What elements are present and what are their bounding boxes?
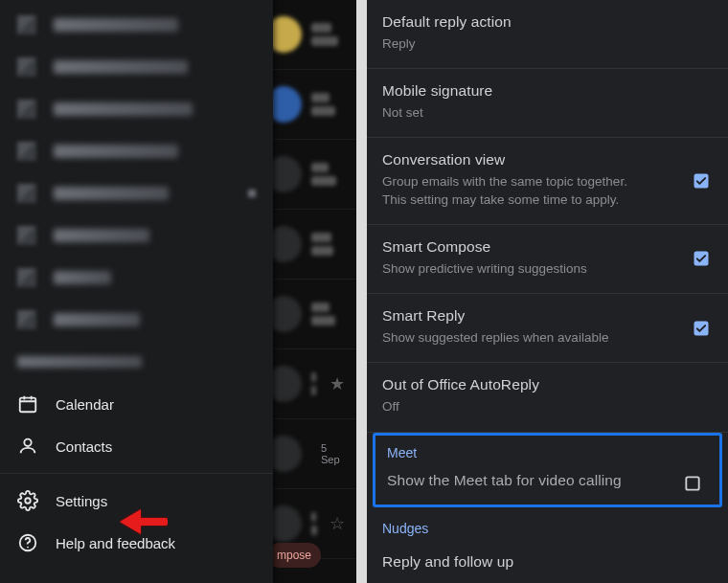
- drawer-item-settings[interactable]: Settings: [0, 480, 273, 522]
- setting-title: Conversation view: [382, 151, 713, 168]
- drawer-item-contacts[interactable]: Contacts: [0, 425, 273, 467]
- svg-rect-10: [686, 477, 698, 489]
- setting-desc: Group emails with the same topic togethe…: [382, 173, 650, 208]
- setting-title: Smart Compose: [382, 238, 713, 256]
- drawer-obscured-item[interactable]: [0, 299, 273, 341]
- svg-point-4: [27, 547, 29, 549]
- setting-title: Smart Reply: [382, 307, 713, 325]
- gear-icon: [17, 490, 38, 511]
- drawer-item-calendar[interactable]: Calendar: [0, 383, 273, 425]
- setting-desc: Show the Meet tab for video calling: [387, 472, 708, 489]
- drawer-obscured-item[interactable]: [0, 4, 273, 46]
- drawer-obscured-item[interactable]: [0, 88, 273, 130]
- settings-panel: Default reply action Reply Mobile signat…: [367, 0, 728, 583]
- drawer-obscured-item[interactable]: [0, 172, 273, 214]
- setting-default-reply[interactable]: Default reply action Reply: [367, 0, 728, 69]
- setting-out-of-office[interactable]: Out of Office AutoReply Off: [367, 363, 728, 432]
- checkbox-checked-icon[interactable]: [692, 171, 711, 191]
- drawer-item-label: Help and feedback: [56, 535, 175, 551]
- setting-title: Mobile signature: [382, 82, 713, 100]
- drawer-obscured-item[interactable]: [0, 214, 273, 257]
- setting-value: Reply: [382, 35, 650, 53]
- section-header-meet: Meet: [375, 439, 719, 462]
- setting-title: Reply and follow up: [382, 553, 713, 571]
- setting-conversation-view[interactable]: Conversation view Group emails with the …: [367, 138, 728, 224]
- setting-desc: Show predictive writing suggestions: [382, 260, 650, 278]
- setting-value: Not set: [382, 104, 650, 122]
- setting-meet-tab[interactable]: Show the Meet tab for video calling: [375, 462, 719, 505]
- setting-title: Default reply action: [382, 13, 713, 31]
- svg-point-1: [24, 439, 31, 446]
- help-icon: [17, 532, 38, 553]
- svg-point-2: [25, 498, 31, 504]
- svg-rect-0: [20, 398, 36, 413]
- drawer-item-label: Calendar: [56, 396, 114, 413]
- setting-desc: Show suggested replies when available: [382, 329, 650, 347]
- setting-smart-reply[interactable]: Smart Reply Show suggested replies when …: [367, 294, 728, 363]
- drawer-item-label: Settings: [56, 493, 107, 509]
- drawer-obscured-item[interactable]: [0, 130, 273, 172]
- drawer-obscured-item[interactable]: [0, 46, 273, 88]
- calendar-icon: [17, 393, 38, 415]
- drawer-separator: [0, 473, 273, 474]
- section-header-nudges: Nudges: [367, 507, 728, 540]
- setting-value: Off: [382, 398, 650, 415]
- compose-button-fragment: mpose: [267, 543, 321, 568]
- drawer-item-label: Contacts: [56, 438, 112, 455]
- setting-mobile-signature[interactable]: Mobile signature Not set: [367, 69, 728, 138]
- checkbox-checked-icon[interactable]: [692, 319, 711, 338]
- setting-reply-follow-up[interactable]: Reply and follow up: [367, 540, 728, 583]
- drawer-obscured-item[interactable]: [0, 257, 273, 299]
- contacts-icon: [17, 436, 38, 457]
- highlighted-meet-section: Meet Show the Meet tab for video calling: [373, 433, 722, 507]
- drawer-item-help[interactable]: Help and feedback: [0, 522, 273, 564]
- setting-smart-compose[interactable]: Smart Compose Show predictive writing su…: [367, 225, 728, 294]
- email-date: 5 Sep: [321, 442, 345, 465]
- checkbox-unchecked-icon[interactable]: [683, 474, 702, 493]
- nav-drawer: Calendar Contacts Settings Help and feed: [0, 0, 273, 583]
- setting-title: Out of Office AutoReply: [382, 376, 713, 393]
- drawer-obscured-heading: [0, 341, 273, 383]
- checkbox-checked-icon[interactable]: [692, 249, 711, 268]
